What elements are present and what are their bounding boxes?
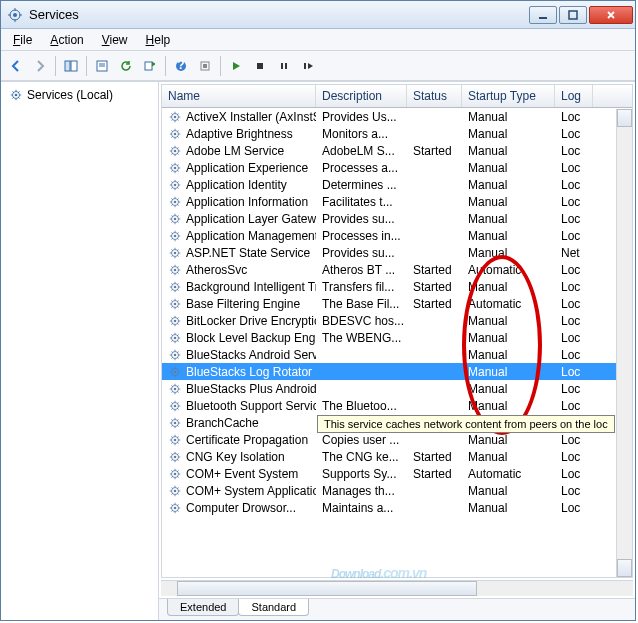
- svg-point-25: [174, 149, 177, 152]
- minimize-button[interactable]: [529, 6, 557, 24]
- start-service-button[interactable]: [225, 55, 247, 77]
- cell-name: ASP.NET State Service: [162, 246, 316, 260]
- table-row[interactable]: COM+ Event SystemSupports Sy...StartedAu…: [162, 465, 632, 482]
- table-row[interactable]: BitLocker Drive Encryption Ser...BDESVC …: [162, 312, 632, 329]
- table-row[interactable]: AtherosSvcAtheros BT ...StartedAutomatic…: [162, 261, 632, 278]
- svg-point-23: [174, 132, 177, 135]
- back-button[interactable]: [5, 55, 27, 77]
- table-row[interactable]: ActiveX Installer (AxInstSV)Provides Us.…: [162, 108, 632, 125]
- table-row[interactable]: Background Intelligent Transf...Transfer…: [162, 278, 632, 295]
- cell-description: Atheros BT ...: [316, 263, 407, 277]
- menu-action[interactable]: Action: [42, 31, 91, 49]
- titlebar[interactable]: Services: [1, 1, 635, 29]
- col-logon[interactable]: Log: [555, 85, 593, 107]
- cell-startup: Automatic: [462, 263, 555, 277]
- window-title: Services: [29, 7, 529, 22]
- vertical-scrollbar[interactable]: [616, 109, 632, 577]
- stop-service-button[interactable]: [249, 55, 271, 77]
- tab-standard[interactable]: Standard: [238, 599, 309, 616]
- cell-logon: Loc: [555, 178, 593, 192]
- svg-rect-16: [285, 63, 287, 69]
- table-row[interactable]: Application IdentityDetermines ...Manual…: [162, 176, 632, 193]
- table-row[interactable]: Certificate PropagationCopies user ...Ma…: [162, 431, 632, 448]
- cell-description: The WBENG...: [316, 331, 407, 345]
- col-name[interactable]: Name: [162, 85, 316, 107]
- menu-help[interactable]: Help: [138, 31, 179, 49]
- cell-description: Manages th...: [316, 484, 407, 498]
- cell-name: COM+ System Application: [162, 484, 316, 498]
- services-app-icon: [7, 7, 23, 23]
- cell-name: Application Information: [162, 195, 316, 209]
- table-row[interactable]: Bluetooth Support ServiceThe Bluetoo...M…: [162, 397, 632, 414]
- table-row[interactable]: BlueStacks Log Rotator ServiceManualLoc: [162, 363, 632, 380]
- svg-point-41: [174, 285, 177, 288]
- cell-logon: Loc: [555, 501, 593, 515]
- cell-description: The Bluetoo...: [316, 399, 407, 413]
- help-button[interactable]: ?: [170, 55, 192, 77]
- services-list[interactable]: Name Description Status Startup Type Log…: [161, 84, 633, 578]
- col-startup-type[interactable]: Startup Type: [462, 85, 555, 107]
- tree-pane[interactable]: Services (Local): [1, 82, 159, 620]
- table-row[interactable]: Application ManagementProcesses in...Man…: [162, 227, 632, 244]
- cell-logon: Loc: [555, 365, 593, 379]
- table-row[interactable]: Base Filtering EngineThe Base Fil...Star…: [162, 295, 632, 312]
- table-row[interactable]: COM+ System ApplicationManages th...Manu…: [162, 482, 632, 499]
- cell-name: Background Intelligent Transf...: [162, 280, 316, 294]
- col-status[interactable]: Status: [407, 85, 462, 107]
- service-icon: [168, 399, 182, 413]
- menu-file[interactable]: File: [5, 31, 40, 49]
- restart-service-button[interactable]: [297, 55, 319, 77]
- table-row[interactable]: BlueStacks Android ServiceManualLoc: [162, 346, 632, 363]
- svg-point-63: [174, 472, 177, 475]
- maximize-button[interactable]: [559, 6, 587, 24]
- col-description[interactable]: Description: [316, 85, 407, 107]
- service-icon: [168, 263, 182, 277]
- tab-extended[interactable]: Extended: [167, 599, 239, 616]
- cell-name: Bluetooth Support Service: [162, 399, 316, 413]
- forward-button[interactable]: [29, 55, 51, 77]
- cell-startup: Manual: [462, 178, 555, 192]
- show-hide-tree-button[interactable]: [60, 55, 82, 77]
- table-row[interactable]: Computer Drowsor...Maintains a...ManualL…: [162, 499, 632, 516]
- table-row[interactable]: ASP.NET State ServiceProvides su...Manua…: [162, 244, 632, 261]
- table-row[interactable]: Adaptive BrightnessMonitors a...ManualLo…: [162, 125, 632, 142]
- toolbar-extra-button[interactable]: [194, 55, 216, 77]
- close-button[interactable]: [589, 6, 633, 24]
- svg-point-35: [174, 234, 177, 237]
- cell-name: BlueStacks Log Rotator Service: [162, 365, 316, 379]
- horizontal-scrollbar[interactable]: [161, 580, 633, 596]
- cell-logon: Loc: [555, 314, 593, 328]
- tree-root[interactable]: Services (Local): [5, 86, 154, 104]
- table-row[interactable]: CNG Key IsolationThe CNG ke...StartedMan…: [162, 448, 632, 465]
- properties-button[interactable]: [91, 55, 113, 77]
- export-button[interactable]: [139, 55, 161, 77]
- table-row[interactable]: Application Layer Gateway Ser...Provides…: [162, 210, 632, 227]
- table-row[interactable]: Application InformationFacilitates t...M…: [162, 193, 632, 210]
- cell-description: Monitors a...: [316, 127, 407, 141]
- cell-startup: Manual: [462, 501, 555, 515]
- svg-point-67: [174, 506, 177, 509]
- table-row[interactable]: Application ExperienceProcesses a...Manu…: [162, 159, 632, 176]
- cell-status: Started: [407, 263, 462, 277]
- cell-status: Started: [407, 297, 462, 311]
- svg-point-31: [174, 200, 177, 203]
- toolbar: ?: [1, 51, 635, 81]
- service-icon: [168, 161, 182, 175]
- cell-name: Computer Drowsor...: [162, 501, 316, 515]
- tabs: Extended Standard: [159, 598, 635, 620]
- service-icon: [168, 110, 182, 124]
- svg-point-59: [174, 438, 177, 441]
- menu-view[interactable]: View: [94, 31, 136, 49]
- cell-description: Copies user ...: [316, 433, 407, 447]
- cell-logon: Loc: [555, 467, 593, 481]
- svg-rect-3: [569, 11, 577, 19]
- cell-name: Certificate Propagation: [162, 433, 316, 447]
- cell-logon: Loc: [555, 144, 593, 158]
- refresh-button[interactable]: [115, 55, 137, 77]
- pause-service-button[interactable]: [273, 55, 295, 77]
- table-row[interactable]: Adobe LM ServiceAdobeLM S...StartedManua…: [162, 142, 632, 159]
- svg-point-21: [174, 115, 177, 118]
- table-row[interactable]: BlueStacks Plus Android Servi...ManualLo…: [162, 380, 632, 397]
- table-row[interactable]: Block Level Backup Engine Ser...The WBEN…: [162, 329, 632, 346]
- cell-name: AtherosSvc: [162, 263, 316, 277]
